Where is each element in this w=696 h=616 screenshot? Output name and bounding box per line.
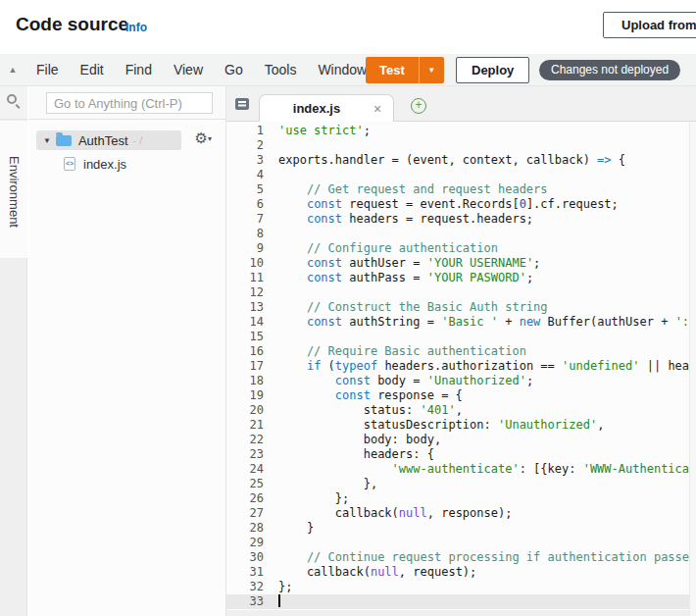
code-text: }; — [264, 580, 292, 594]
line-number[interactable]: 33 — [226, 594, 264, 609]
goto-anything-input[interactable] — [46, 92, 213, 114]
line-number[interactable]: 6 — [226, 197, 264, 212]
line-number[interactable]: 8 — [226, 227, 264, 241]
line-number[interactable]: 27 — [226, 506, 264, 521]
line-number[interactable]: 14 — [226, 315, 264, 330]
line-number[interactable]: 10 — [226, 256, 264, 271]
code-line[interactable]: 8 — [226, 227, 689, 241]
code-line[interactable]: 5 // Get request and request headers — [226, 182, 689, 197]
code-line[interactable]: 14 const authString = 'Basic ' + new Buf… — [226, 315, 689, 330]
line-number[interactable]: 28 — [226, 521, 264, 536]
line-number[interactable]: 32 — [226, 580, 264, 594]
code-line[interactable]: 24 'www-authenticate': [{key: 'WWW-Authe… — [226, 462, 689, 477]
code-line[interactable]: 16 // Require Basic authentication — [226, 344, 689, 359]
line-number[interactable]: 3 — [226, 153, 264, 168]
menu-item-tools[interactable]: Tools — [254, 62, 308, 77]
line-number[interactable]: 19 — [226, 388, 264, 403]
line-number[interactable]: 25 — [226, 477, 264, 491]
code-line[interactable]: 10 const authUser = 'YOUR USERNAME'; — [226, 256, 689, 271]
lambda-code-editor: Code source Info Upload from ▲ FileEditF… — [0, 0, 696, 616]
menu-item-view[interactable]: View — [163, 62, 214, 77]
code-line[interactable]: 7 const headers = request.headers; — [226, 212, 689, 227]
test-dropdown-icon[interactable]: ▾ — [419, 57, 444, 83]
line-number[interactable]: 26 — [226, 491, 264, 506]
code-line[interactable]: 26 }; — [226, 491, 689, 506]
line-number[interactable]: 18 — [226, 374, 264, 388]
line-number[interactable]: 31 — [226, 565, 264, 580]
code-line[interactable]: 9 // Configure authentication — [226, 241, 689, 256]
test-split-button: Test ▾ — [366, 57, 444, 83]
line-number[interactable]: 20 — [226, 403, 264, 418]
line-number[interactable]: 17 — [226, 359, 264, 374]
horizontal-scrollbar[interactable] — [226, 610, 689, 616]
upload-from-button[interactable]: Upload from — [603, 12, 696, 38]
line-number[interactable]: 4 — [226, 168, 264, 182]
line-number[interactable]: 5 — [226, 182, 264, 197]
code-line[interactable]: 18 const body = 'Unauthorized'; — [226, 374, 689, 388]
line-number[interactable]: 2 — [226, 138, 264, 153]
code-line[interactable]: 22 body: body, — [226, 433, 689, 447]
code-line[interactable]: 30 // Continue request processing if aut… — [226, 550, 689, 565]
line-number[interactable]: 21 — [226, 418, 264, 433]
tab-indexjs[interactable]: index.js × — [259, 94, 394, 122]
line-number[interactable]: 1 — [226, 124, 264, 138]
tab-close-icon[interactable]: × — [373, 101, 393, 117]
code-text: callback(null, request); — [264, 565, 476, 580]
line-number[interactable]: 24 — [226, 462, 264, 477]
code-line[interactable]: 13 // Construct the Basic Auth string — [226, 300, 689, 315]
deploy-button[interactable]: Deploy — [456, 57, 529, 83]
line-number[interactable]: 9 — [226, 241, 264, 256]
code-line[interactable]: 29 — [226, 536, 689, 550]
code-line[interactable]: 21 statusDescription: 'Unauthorized', — [226, 418, 689, 433]
folder-expand-icon[interactable]: ▼ — [43, 136, 51, 145]
code-lines[interactable]: 1'use strict';23exports.handler = (event… — [226, 122, 689, 610]
vertical-scrollbar[interactable] — [689, 122, 696, 616]
tree-folder-authtest[interactable]: ▼ AuthTest - / — [36, 130, 181, 150]
line-number[interactable]: 13 — [226, 300, 264, 315]
code-line[interactable]: 1'use strict'; — [226, 124, 689, 138]
code-line[interactable]: 4 — [226, 168, 689, 182]
line-number[interactable]: 7 — [226, 212, 264, 227]
line-number[interactable]: 12 — [226, 285, 264, 300]
line-number[interactable]: 11 — [226, 271, 264, 285]
code-line[interactable]: 25 }, — [226, 477, 689, 491]
code-line[interactable]: 11 const authPass = 'YOUR PASWORD'; — [226, 271, 689, 285]
menu-item-find[interactable]: Find — [115, 62, 163, 77]
menu-item-file[interactable]: File — [25, 62, 70, 77]
code-text: exports.handler = (event, context, callb… — [264, 153, 625, 168]
line-number[interactable]: 16 — [226, 344, 264, 359]
code-line[interactable]: 6 const request = event.Records[0].cf.re… — [226, 197, 689, 212]
code-line[interactable]: 2 — [226, 138, 689, 153]
menu-item-go[interactable]: Go — [214, 62, 254, 77]
tree-file-indexjs[interactable]: <> index.js — [64, 155, 126, 173]
code-line[interactable]: 3exports.handler = (event, context, call… — [226, 153, 689, 168]
info-link[interactable]: Info — [125, 21, 147, 34]
code-line[interactable]: 19 const response = { — [226, 388, 689, 403]
line-number[interactable]: 23 — [226, 447, 264, 462]
line-number[interactable]: 30 — [226, 550, 264, 565]
code-line[interactable]: 33 — [226, 594, 689, 609]
line-number[interactable]: 22 — [226, 433, 264, 447]
tree-settings-button[interactable]: ⚙▾ — [195, 129, 212, 147]
collapse-panel-icon[interactable]: ▲ — [0, 65, 25, 75]
code-text: callback(null, response); — [264, 506, 512, 521]
code-line[interactable]: 20 status: '401', — [226, 403, 689, 418]
search-icon — [7, 94, 17, 104]
menu-item-edit[interactable]: Edit — [70, 62, 115, 77]
new-tab-icon[interactable]: + — [411, 98, 426, 114]
code-line[interactable]: 28 } — [226, 521, 689, 536]
line-number[interactable]: 29 — [226, 536, 264, 550]
code-line[interactable]: 12 — [226, 285, 689, 300]
code-line[interactable]: 17 if (typeof headers.authorization == '… — [226, 359, 689, 374]
code-text — [264, 285, 278, 300]
code-line[interactable]: 32}; — [226, 580, 689, 594]
code-line[interactable]: 23 headers: { — [226, 447, 689, 462]
environment-tab[interactable]: Environment — [0, 121, 27, 258]
code-line[interactable]: 27 callback(null, response); — [226, 506, 689, 521]
test-button[interactable]: Test — [366, 57, 419, 83]
code-line[interactable]: 15 — [226, 330, 689, 344]
tab-list-icon[interactable] — [235, 98, 249, 110]
line-number[interactable]: 15 — [226, 330, 264, 344]
code-line[interactable]: 31 callback(null, request); — [226, 565, 689, 580]
code-text: } — [264, 521, 314, 536]
